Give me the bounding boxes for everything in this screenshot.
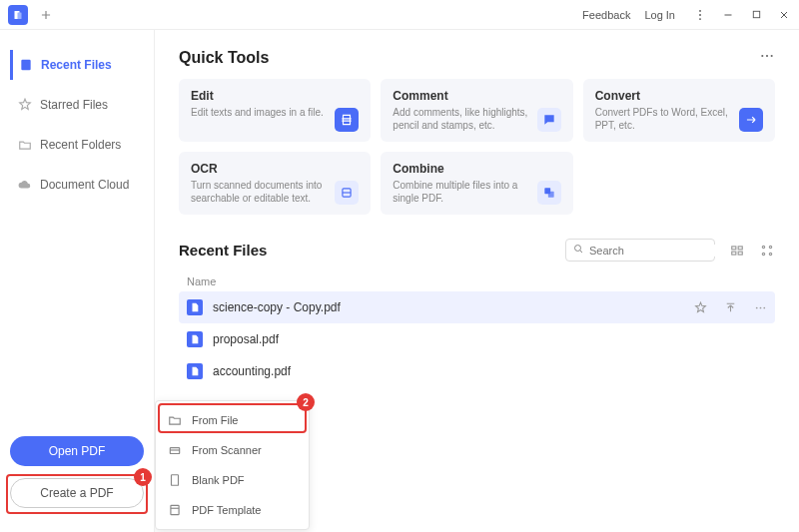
combine-icon: [537, 181, 561, 205]
menu-item-label: PDF Template: [192, 504, 262, 516]
annotation-step-1: 1: [134, 468, 152, 486]
blank-page-icon: [168, 473, 182, 487]
open-pdf-button[interactable]: Open PDF: [10, 436, 144, 466]
menu-item-blank-pdf[interactable]: Blank PDF: [156, 465, 309, 495]
svg-rect-17: [738, 252, 742, 255]
create-pdf-menu: From File From Scanner Blank PDF PDF Tem…: [155, 400, 310, 530]
cloud-icon: [18, 178, 32, 192]
sidebar-item-starred-files[interactable]: Starred Files: [10, 90, 144, 120]
sidebar-item-label: Recent Folders: [40, 138, 121, 152]
svg-point-9: [771, 55, 773, 57]
template-icon: [168, 503, 182, 517]
recent-icon: [19, 58, 33, 72]
titlebar: Feedback Log In: [0, 0, 799, 30]
quick-tools-title: Quick Tools: [179, 49, 269, 67]
svg-point-18: [762, 246, 764, 248]
svg-point-20: [762, 253, 764, 255]
file-name: science-copy - Copy.pdf: [213, 300, 693, 314]
sidebar-item-label: Document Cloud: [40, 178, 129, 192]
svg-rect-6: [21, 60, 30, 71]
tool-card-comment[interactable]: Comment Add comments, like highlights, p…: [381, 79, 572, 142]
quick-tools-grid: Edit Edit texts and images in a file. Co…: [179, 79, 775, 215]
search-icon: [572, 243, 584, 258]
main-panel: Quick Tools Edit Edit texts and images i…: [155, 30, 799, 532]
svg-point-19: [769, 246, 771, 248]
sidebar-item-label: Recent Files: [41, 58, 112, 72]
minimize-button[interactable]: [721, 8, 735, 22]
tool-title: Combine: [393, 162, 530, 176]
svg-rect-1: [18, 12, 22, 19]
tool-card-combine[interactable]: Combine Combine multiple files into a si…: [381, 152, 572, 215]
svg-rect-15: [738, 246, 742, 249]
tool-title: Convert: [595, 89, 733, 103]
menu-item-pdf-template[interactable]: PDF Template: [156, 495, 309, 525]
app-icon: [8, 5, 28, 25]
tool-title: OCR: [191, 162, 329, 176]
svg-rect-27: [171, 505, 179, 514]
sidebar: Recent Files Starred Files Recent Folder…: [0, 30, 155, 532]
svg-rect-14: [732, 246, 736, 249]
svg-point-13: [575, 246, 581, 252]
svg-point-21: [769, 253, 771, 255]
svg-point-7: [761, 55, 763, 57]
new-tab-button[interactable]: [38, 7, 54, 23]
file-more-icon[interactable]: [753, 300, 767, 314]
pdf-file-icon: [187, 363, 203, 379]
svg-rect-16: [732, 252, 736, 255]
file-list: science-copy - Copy.pdf pr: [179, 291, 775, 387]
create-pdf-button[interactable]: Create a PDF: [10, 478, 144, 508]
tool-desc: Convert PDFs to Word, Excel, PPT, etc.: [595, 106, 733, 132]
svg-point-22: [755, 306, 757, 308]
pdf-file-icon: [187, 299, 203, 315]
star-file-icon[interactable]: [693, 300, 707, 314]
file-row[interactable]: accounting.pdf: [179, 355, 775, 387]
svg-rect-5: [753, 11, 759, 17]
tool-title: Comment: [393, 89, 530, 103]
file-row[interactable]: proposal.pdf: [179, 323, 775, 355]
tool-card-ocr[interactable]: OCR Turn scanned documents into searchab…: [179, 152, 371, 215]
menu-item-label: Blank PDF: [192, 474, 245, 486]
svg-point-4: [699, 18, 701, 20]
login-link[interactable]: Log In: [644, 9, 675, 21]
list-view-icon[interactable]: [729, 243, 745, 259]
quick-tools-more-icon[interactable]: [759, 48, 775, 67]
tool-card-convert[interactable]: Convert Convert PDFs to Word, Excel, PPT…: [583, 79, 775, 142]
sidebar-item-label: Starred Files: [40, 98, 108, 112]
folder-icon: [18, 138, 32, 152]
menu-item-label: From Scanner: [192, 444, 262, 456]
kebab-menu-icon[interactable]: [693, 8, 707, 22]
file-row[interactable]: science-copy - Copy.pdf: [179, 291, 775, 323]
close-button[interactable]: [777, 8, 791, 22]
svg-point-24: [763, 306, 765, 308]
button-label: Open PDF: [49, 444, 106, 458]
grid-view-icon[interactable]: [759, 243, 775, 259]
menu-item-from-file[interactable]: From File: [156, 405, 309, 435]
sidebar-item-document-cloud[interactable]: Document Cloud: [10, 170, 144, 200]
tool-card-edit[interactable]: Edit Edit texts and images in a file.: [179, 79, 371, 142]
pdf-file-icon: [187, 331, 203, 347]
ocr-icon: [335, 181, 359, 205]
sidebar-item-recent-folders[interactable]: Recent Folders: [10, 130, 144, 160]
upload-file-icon[interactable]: [723, 300, 737, 314]
svg-rect-26: [172, 475, 179, 486]
feedback-link[interactable]: Feedback: [582, 9, 630, 21]
search-input[interactable]: [589, 245, 727, 257]
recent-files-title: Recent Files: [179, 242, 267, 259]
search-input-wrapper[interactable]: [565, 239, 715, 262]
menu-item-from-scanner[interactable]: From Scanner: [156, 435, 309, 465]
convert-icon: [739, 108, 763, 132]
svg-point-23: [759, 306, 761, 308]
sidebar-item-recent-files[interactable]: Recent Files: [10, 50, 144, 80]
tool-desc: Edit texts and images in a file.: [191, 106, 329, 119]
menu-item-label: From File: [192, 414, 238, 426]
scanner-icon: [168, 443, 182, 457]
button-label: Create a PDF: [40, 486, 113, 500]
file-name: accounting.pdf: [213, 364, 767, 378]
tool-desc: Combine multiple files into a single PDF…: [393, 179, 530, 205]
comment-icon: [537, 108, 561, 132]
file-name: proposal.pdf: [213, 332, 767, 346]
maximize-button[interactable]: [749, 8, 763, 22]
tool-desc: Turn scanned documents into searchable o…: [191, 179, 329, 205]
edit-icon: [335, 108, 359, 132]
tool-title: Edit: [191, 89, 329, 103]
